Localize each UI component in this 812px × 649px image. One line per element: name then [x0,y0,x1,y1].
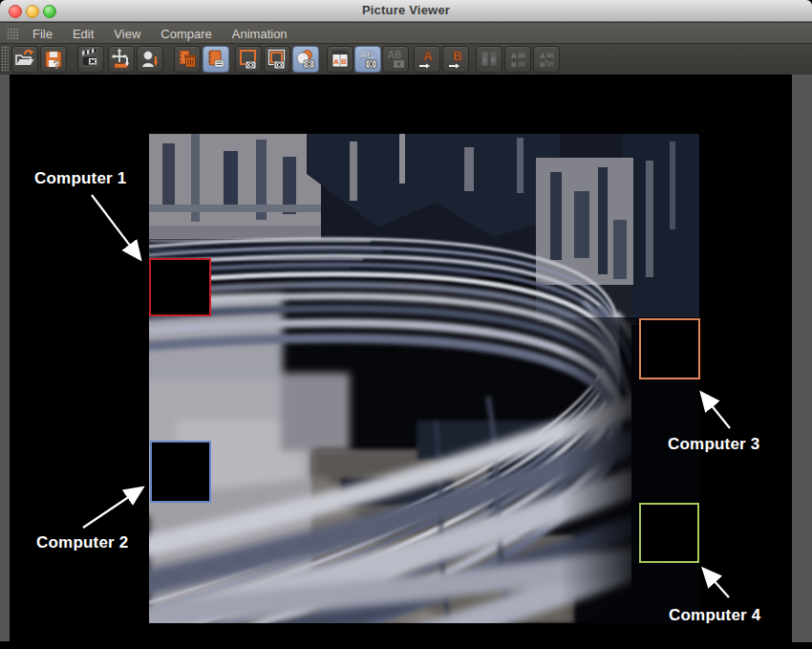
show-image-a-button[interactable] [235,46,262,73]
menubar: File Edit View Compare Animation [0,22,812,44]
b-arrow-icon: B [444,48,467,71]
layers-icon [204,48,227,71]
marker-square-computer-2 [150,441,211,503]
svg-text:A: A [482,56,487,63]
menu-compare[interactable]: Compare [160,27,211,41]
titlebar[interactable]: Picture Viewer [0,0,812,22]
set-image-a-button[interactable]: A [414,46,440,73]
computer-3-label: Computer 3 [668,435,759,454]
compare-grid-disabled-button: A B [504,46,531,73]
svg-text:A: A [333,57,339,66]
open-button[interactable] [11,46,38,73]
person-down-button[interactable] [137,46,163,73]
person-down-icon [139,48,161,71]
window-edge-right [792,75,812,642]
computer-4-label: Computer 4 [669,606,760,625]
window-edge-left [0,75,10,641]
rendered-image[interactable] [149,134,699,623]
layers-button[interactable] [203,46,229,73]
compare-swap-disabled-icon: A B [535,48,558,71]
compare-side-disabled-icon: A B [478,48,501,71]
marker-square-computer-4 [639,503,699,563]
svg-text:A: A [423,49,433,63]
compare-grid-disabled-icon: A B [506,48,529,71]
trash-layers-icon [176,48,199,71]
menu-animation[interactable]: Animation [232,27,288,41]
ab-split-button[interactable]: A B [327,46,353,73]
ab-compare-button[interactable]: AB [354,46,381,73]
a-arrow-icon: A [416,48,438,71]
svg-text:AB: AB [360,50,374,60]
menu-edit[interactable]: Edit [73,27,94,41]
clapperboard-icon [79,48,102,71]
toolbar: ? [0,43,812,76]
computer-2-label: Computer 2 [36,533,128,552]
menu-view[interactable]: View [114,27,140,41]
svg-text:B: B [491,56,496,63]
compare-side-disabled-button: A B [476,46,502,73]
frame-eye-alt-icon [266,48,288,71]
set-image-b-button[interactable]: B [442,46,469,73]
picture-viewer-window: Picture Viewer File Edit View Compare An… [0,0,812,649]
toolbar-grip-icon[interactable] [1,46,9,72]
svg-text:A: A [511,52,517,60]
svg-text:?: ? [53,58,60,71]
marker-square-computer-1 [149,258,211,316]
window-title: Picture Viewer [0,3,812,17]
save-icon: ? [42,48,65,71]
svg-text:A: A [540,52,545,60]
open-icon [13,48,36,71]
marker-square-computer-3 [639,318,700,379]
ab-compare-disabled-button: AB [382,46,409,73]
show-image-b-button[interactable] [264,46,290,73]
delete-layer-button[interactable] [174,46,201,73]
show-overlay-button[interactable] [292,46,319,73]
save-button[interactable]: ? [40,46,67,73]
ab-eye-disabled-icon: AB [384,48,407,71]
menu-file[interactable]: File [32,27,53,41]
ab-eye-icon: AB [356,48,379,71]
move-image-icon [110,48,133,71]
svg-text:B: B [453,49,461,63]
render-art [149,134,699,623]
compare-swap-disabled-button: A B [533,46,560,73]
svg-text:AB: AB [388,50,401,60]
venn-eye-icon [294,48,317,71]
frame-eye-icon [237,48,260,71]
svg-text:B: B [511,60,517,69]
ab-panels-icon: A B [329,48,352,71]
computer-1-label: Computer 1 [34,169,126,188]
move-image-button[interactable] [108,46,135,73]
movie-button[interactable] [77,46,104,73]
svg-text:B: B [341,57,347,66]
svg-text:B: B [540,60,545,69]
menu-grip-icon[interactable] [7,28,19,39]
